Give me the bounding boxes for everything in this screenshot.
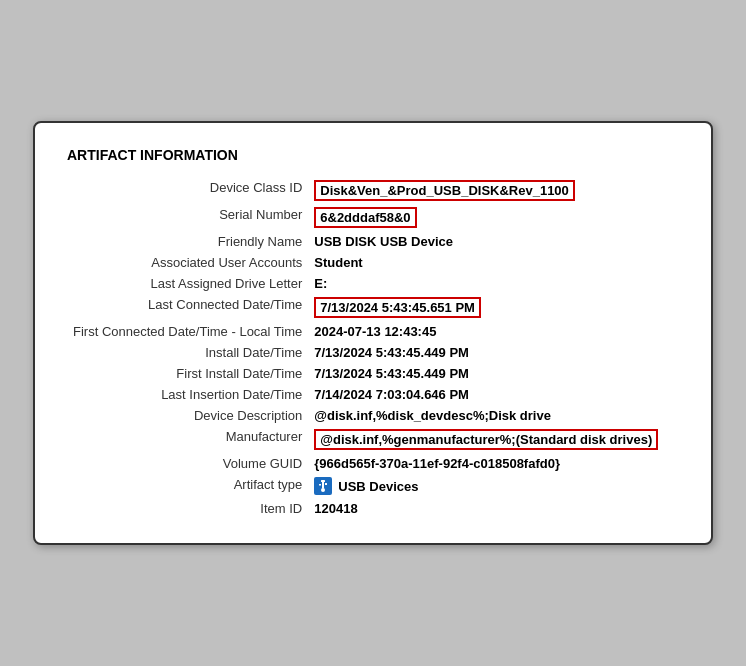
table-row: Last Connected Date/Time7/13/2024 5:43:4… (67, 294, 679, 321)
row-label: Last Connected Date/Time (67, 294, 308, 321)
row-value: Student (308, 252, 679, 273)
artifact-info-card: ARTIFACT INFORMATION Device Class IDDisk… (33, 121, 713, 545)
table-row: Last Insertion Date/Time7/14/2024 7:03:0… (67, 384, 679, 405)
row-value: 6&2dddaf58&0 (308, 204, 679, 231)
table-row: Device Class IDDisk&Ven_&Prod_USB_DISK&R… (67, 177, 679, 204)
row-value: 2024-07-13 12:43:45 (308, 321, 679, 342)
row-value: {966d565f-370a-11ef-92f4-c018508fafd0} (308, 453, 679, 474)
row-label: Friendly Name (67, 231, 308, 252)
row-value: 7/13/2024 5:43:45.449 PM (308, 342, 679, 363)
row-label: Device Class ID (67, 177, 308, 204)
table-row: Manufacturer@disk.inf,%genmanufacturer%;… (67, 426, 679, 453)
info-table: Device Class IDDisk&Ven_&Prod_USB_DISK&R… (67, 177, 679, 519)
svg-rect-2 (319, 484, 321, 486)
row-value: @disk.inf,%disk_devdesc%;Disk drive (308, 405, 679, 426)
row-label: Last Insertion Date/Time (67, 384, 308, 405)
row-value: Disk&Ven_&Prod_USB_DISK&Rev_1100 (308, 177, 679, 204)
table-row: Serial Number6&2dddaf58&0 (67, 204, 679, 231)
row-value: 120418 (308, 498, 679, 519)
svg-point-4 (321, 488, 325, 492)
svg-rect-1 (322, 482, 324, 489)
table-row: Device Description@disk.inf,%disk_devdes… (67, 405, 679, 426)
table-row: Install Date/Time7/13/2024 5:43:45.449 P… (67, 342, 679, 363)
usb-icon (314, 477, 332, 495)
table-row: Friendly NameUSB DISK USB Device (67, 231, 679, 252)
row-label: Volume GUID (67, 453, 308, 474)
table-row: Volume GUID{966d565f-370a-11ef-92f4-c018… (67, 453, 679, 474)
row-value: USB Devices (308, 474, 679, 498)
artifact-type-label: USB Devices (338, 479, 418, 494)
row-label: Serial Number (67, 204, 308, 231)
table-row: Item ID120418 (67, 498, 679, 519)
row-label: Last Assigned Drive Letter (67, 273, 308, 294)
row-label: First Install Date/Time (67, 363, 308, 384)
row-label: Artifact type (67, 474, 308, 498)
row-value: E: (308, 273, 679, 294)
row-label: Item ID (67, 498, 308, 519)
row-label: Install Date/Time (67, 342, 308, 363)
table-row: Associated User AccountsStudent (67, 252, 679, 273)
svg-rect-3 (325, 483, 327, 485)
row-label: Manufacturer (67, 426, 308, 453)
table-row: Last Assigned Drive LetterE: (67, 273, 679, 294)
section-title: ARTIFACT INFORMATION (67, 147, 679, 163)
row-value: USB DISK USB Device (308, 231, 679, 252)
row-value: 7/14/2024 7:03:04.646 PM (308, 384, 679, 405)
row-value: 7/13/2024 5:43:45.651 PM (308, 294, 679, 321)
row-label: Device Description (67, 405, 308, 426)
table-row: First Connected Date/Time - Local Time20… (67, 321, 679, 342)
table-row: Artifact type USB Devices (67, 474, 679, 498)
row-value: 7/13/2024 5:43:45.449 PM (308, 363, 679, 384)
row-label: First Connected Date/Time - Local Time (67, 321, 308, 342)
row-value: @disk.inf,%genmanufacturer%;(Standard di… (308, 426, 679, 453)
table-row: First Install Date/Time7/13/2024 5:43:45… (67, 363, 679, 384)
row-label: Associated User Accounts (67, 252, 308, 273)
